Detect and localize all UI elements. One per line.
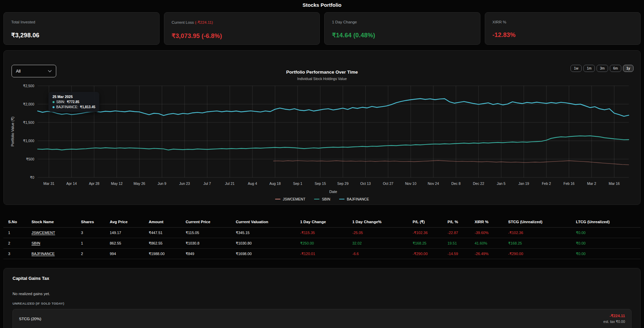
summary-card-value: ₹3,073.95 (-6.8%) xyxy=(172,32,312,40)
stocks-portfolio-page: Stocks Portfolio Total Invested₹3,298.06… xyxy=(0,0,644,328)
x-tick-label: May 12 xyxy=(111,181,123,186)
cell-cval: ₹1698.00 xyxy=(236,252,300,256)
cell-cprice: ₹849 xyxy=(186,252,236,256)
cell-plp: 19.51 xyxy=(448,241,475,245)
stock-filter-dropdown[interactable]: All xyxy=(12,65,56,77)
range-button-1m[interactable]: 1m xyxy=(583,65,595,72)
cell-amount: ₹862.55 xyxy=(149,241,186,246)
range-button-6m[interactable]: 6m xyxy=(610,65,621,72)
cell-plp: -14.59 xyxy=(448,252,475,256)
y-tick-label: ₹2,000 xyxy=(23,102,34,106)
summary-cards: Total Invested₹3,298.06Current Loss (-₹2… xyxy=(3,12,641,45)
legend-label: SBIN xyxy=(322,197,330,201)
stcg-amount: -₹224.11 xyxy=(603,313,625,318)
x-tick-label: Mar 2 xyxy=(587,181,596,186)
cell-xirr: -26.49% xyxy=(475,252,508,256)
cell-cval: ₹1030.80 xyxy=(236,241,300,246)
cell-pl: -₹102.36 xyxy=(413,231,448,235)
cell-name: JSWCEMENT xyxy=(32,231,81,235)
y-tick-label: ₹2,500 xyxy=(23,84,34,88)
column-header-stcg: STCG (Unrealized) xyxy=(508,220,576,224)
cell-avg: 149.17 xyxy=(110,231,149,235)
legend-item-sbin: SBIN xyxy=(314,197,330,201)
cell-ltcg: ₹0.00 xyxy=(576,241,641,246)
x-tick-label: Jan 5 xyxy=(497,181,506,186)
range-button-3m[interactable]: 3m xyxy=(597,65,608,72)
stcg-est-tax: est. tax ₹0.00 xyxy=(603,320,625,324)
stock-link[interactable]: SBIN xyxy=(32,241,40,245)
x-tick-label: Sep 15 xyxy=(315,181,326,186)
y-tick-label: ₹0 xyxy=(30,175,34,179)
cell-cprice: ₹115.05 xyxy=(186,231,236,235)
summary-card-value: -12.83% xyxy=(493,32,633,39)
cell-stcg: ₹168.25 xyxy=(508,241,576,246)
x-tick-label: Apr 28 xyxy=(89,181,99,186)
summary-card-xirr: XIRR %-12.83% xyxy=(485,12,641,45)
table-row: 1JSWCEMENT3149.17₹447.51₹115.05₹345.15-₹… xyxy=(3,228,641,238)
tooltip-series-dot xyxy=(53,106,55,108)
stcg-label: STCG (20%) xyxy=(19,317,41,328)
cell-amount: ₹1988.00 xyxy=(149,252,186,256)
x-tick-label: Oct 13 xyxy=(360,181,371,186)
legend-label: JSWCEMENT xyxy=(283,197,306,201)
column-header-amount: Amount xyxy=(149,220,186,224)
summary-card-1-day-change: 1 Day Change₹14.64 (0.48%) xyxy=(324,12,480,45)
summary-card-label-text: Current Loss xyxy=(172,20,194,24)
summary-card-label: Total Invested xyxy=(11,20,152,24)
x-tick-label: Jun 9 xyxy=(158,181,166,186)
range-button-1y[interactable]: 1y xyxy=(623,65,633,72)
cell-dchangep: -25.05 xyxy=(352,231,413,235)
tooltip-series-value: ₹1,813.45 xyxy=(80,105,95,109)
x-tick-label: Dec 22 xyxy=(473,181,484,186)
x-tick-label: Aug 18 xyxy=(269,181,281,186)
legend-item-bajfinance: BAJFINANCE xyxy=(339,197,369,201)
cell-dchange: -₹120.01 xyxy=(300,252,352,256)
x-tick-label: Jul 7 xyxy=(204,181,211,186)
cell-plp: -22.87 xyxy=(448,231,475,235)
cell-sno: 2 xyxy=(8,241,32,245)
x-tick-label: Jul 21 xyxy=(225,181,234,186)
legend-item-jswcement: JSWCEMENT xyxy=(275,197,306,201)
stock-link[interactable]: BAJFINANCE xyxy=(32,252,55,256)
cell-sno: 3 xyxy=(8,252,32,256)
tooltip-row-bajfinance: BAJFINANCE:₹1,813.45 xyxy=(53,105,95,109)
cell-name: SBIN xyxy=(32,241,81,245)
range-button-1w[interactable]: 1w xyxy=(570,65,582,72)
stock-link[interactable]: JSWCEMENT xyxy=(32,231,55,235)
column-header-sno: S.No xyxy=(8,220,32,224)
cell-pl: ₹168.25 xyxy=(413,241,448,246)
cell-avg: 862.55 xyxy=(110,241,149,245)
x-tick-label: Apr 14 xyxy=(66,181,77,186)
cell-ltcg: ₹0.00 xyxy=(576,231,641,235)
portfolio-chart-card: All Portfolio Performance Over Time Indi… xyxy=(3,50,641,205)
chart-legend: JSWCEMENTSBINBAJFINANCE xyxy=(4,197,640,201)
cell-avg: 994 xyxy=(110,252,149,256)
column-header-shares: Shares xyxy=(81,220,110,224)
cell-sno: 1 xyxy=(8,231,32,235)
cell-pl: -₹290.00 xyxy=(413,252,448,256)
x-tick-label: Aug 4 xyxy=(248,181,257,186)
cell-xirr: 41.60% xyxy=(475,241,508,245)
tooltip-series-label: BAJFINANCE: xyxy=(56,105,78,109)
tooltip-series-value: ₹772.85 xyxy=(67,100,79,104)
x-axis-title: Date xyxy=(329,190,337,194)
x-tick-label: Feb 16 xyxy=(563,181,575,186)
table-header-row: S.NoStock NameSharesAvg PriceAmountCurre… xyxy=(3,216,641,228)
cell-dchangep: -6.6 xyxy=(352,252,413,256)
x-tick-label: Mar 16 xyxy=(609,181,620,186)
column-header-pl: P/L (₹) xyxy=(413,219,448,224)
cell-dchange: ₹250.00 xyxy=(300,241,352,246)
summary-card-value: ₹14.64 (0.48%) xyxy=(332,32,473,39)
stock-filter-value: All xyxy=(16,69,21,74)
cell-shares: 2 xyxy=(81,252,110,256)
time-range-buttons: 1w1m3m6m1y xyxy=(570,65,633,72)
tooltip-date: 25 Mar 2025 xyxy=(53,95,95,99)
cell-stcg: -₹290.00 xyxy=(508,252,576,256)
x-tick-label: Oct 27 xyxy=(383,181,393,186)
column-header-plp: P/L % xyxy=(448,220,475,224)
column-header-dchange: 1 Day Change xyxy=(300,220,352,224)
legend-label: BAJFINANCE xyxy=(347,197,369,201)
summary-card-label-suffix: (-₹224.11) xyxy=(194,20,213,24)
table-row: 2SBIN1862.55₹862.55₹1030.8₹1030.80₹250.0… xyxy=(3,238,641,249)
summary-card-value: ₹3,298.06 xyxy=(11,32,152,39)
